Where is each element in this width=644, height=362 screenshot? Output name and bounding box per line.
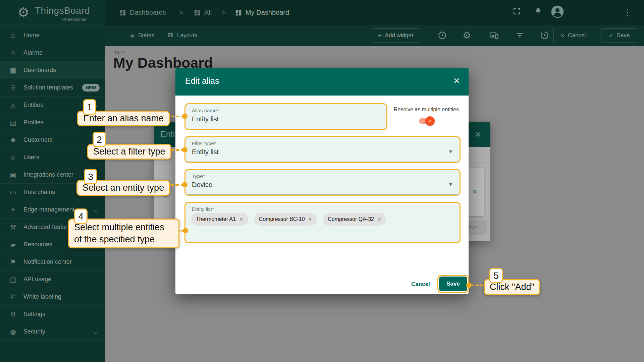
connector-4-dot xyxy=(183,228,188,233)
cancel-button[interactable]: Cancel xyxy=(411,281,430,288)
cancel-dashboard-button[interactable]: × Cancel xyxy=(560,25,586,46)
notifications-bell-icon[interactable] xyxy=(534,7,542,17)
connector-5 xyxy=(471,285,484,286)
dashboard-icon xyxy=(194,9,201,16)
sidebar-item-api-usage[interactable]: ◫API usage xyxy=(0,271,105,288)
sidebar-item-label: Alarms xyxy=(23,49,42,56)
avatar[interactable] xyxy=(550,4,565,20)
api-usage-icon: ◫ xyxy=(8,276,18,284)
resolve-multiple-label: Resolve as multiple entities xyxy=(391,107,462,113)
entity-chip[interactable]: Compressor QA-32 × xyxy=(323,213,386,226)
remove-chip-icon[interactable]: × xyxy=(239,216,243,223)
sidebar-item-settings[interactable]: ⚙Settings xyxy=(0,306,105,323)
remove-chip-icon[interactable]: × xyxy=(378,216,381,223)
save-button-highlight: Save xyxy=(437,275,469,293)
breadcrumb-label: My Dashboard xyxy=(246,9,289,16)
close-icon[interactable]: × xyxy=(475,129,481,140)
thingsboard-logo-icon: ⚙ xyxy=(17,5,30,20)
check-icon: ✓ xyxy=(609,32,614,39)
entity-list-label: Entity list* xyxy=(192,206,214,212)
save-dashboard-button[interactable]: ✓ Save xyxy=(601,28,637,43)
annotation-badge-5: 5 xyxy=(489,268,503,283)
chevron-down-icon: ⌄ xyxy=(93,330,98,334)
entity-type-select[interactable]: Type* Device ▾ xyxy=(184,169,461,196)
add-widget-button[interactable]: + Add widget xyxy=(372,28,419,43)
breadcrumb-label: All xyxy=(204,9,212,16)
entities-icon: ◬ xyxy=(8,101,18,109)
resolve-multiple-toggle[interactable]: ✓ xyxy=(419,118,434,124)
entity-list-field[interactable]: Entity list* Thermometer A1 × Compressor… xyxy=(184,202,461,243)
remove-alias-icon[interactable]: × xyxy=(472,187,477,196)
sidebar-item-label: Dashboards xyxy=(23,67,56,74)
sidebar-item-label: Settings xyxy=(23,311,45,318)
close-icon[interactable]: × xyxy=(453,74,460,87)
advanced-features-icon: ⚒ xyxy=(8,223,18,231)
states-button[interactable]: ◈ States xyxy=(130,25,154,46)
rule-chains-icon: ‹·› xyxy=(8,188,18,196)
version-history-icon[interactable] xyxy=(540,31,549,41)
sidebar-item-label: White labeling xyxy=(23,293,61,300)
chevron-down-icon: ⌄ xyxy=(93,208,98,212)
sidebar-item-label: Solution templates xyxy=(23,84,73,91)
sidebar-item-label: Resources xyxy=(23,241,52,248)
sidebar-item-label: Security xyxy=(23,328,45,335)
filters-icon[interactable] xyxy=(515,31,524,41)
breadcrumb-label: Dashboards xyxy=(130,9,166,16)
remove-chip-icon[interactable]: × xyxy=(309,216,312,223)
filter-type-select[interactable]: Filter type* Entity list ▾ xyxy=(184,136,461,163)
sidebar-item-home[interactable]: ⌂Home xyxy=(0,27,105,44)
security-icon: ◍ xyxy=(8,328,18,336)
solution-templates-icon: ⠿ xyxy=(8,84,18,92)
dashboards-icon: ▦ xyxy=(8,66,18,74)
filter-type-value: Entity list xyxy=(192,148,219,156)
modal-title: Edit alias xyxy=(185,76,219,86)
resolve-multiple-block: Resolve as multiple entities ✓ xyxy=(391,107,462,124)
layouts-button[interactable]: Layouts xyxy=(167,25,197,46)
filter-type-label: Filter type* xyxy=(192,140,216,146)
sidebar-item-security[interactable]: ◍Security⌄ xyxy=(0,323,105,341)
alarms-icon: ⚠ xyxy=(8,49,18,57)
sidebar-item-edge-management[interactable]: ⌖Edge management⌄ xyxy=(0,201,105,219)
dropdown-caret-icon: ▾ xyxy=(449,181,452,188)
kebab-menu-icon[interactable]: ⋮ xyxy=(623,7,632,18)
sidebar-item-label: Home xyxy=(23,32,40,39)
sidebar-item-white-labeling[interactable]: ⚐White labeling xyxy=(0,288,105,306)
sidebar-item-label: Advanced features xyxy=(23,224,74,231)
sidebar-item-alarms[interactable]: ⚠Alarms xyxy=(0,44,105,62)
time-window-icon[interactable] xyxy=(438,31,447,41)
dashboard-icon xyxy=(119,9,126,16)
dashboard-settings-gear-icon[interactable]: ⚙ xyxy=(463,30,471,41)
breadcrumb-dashboards[interactable]: Dashboards xyxy=(119,0,166,25)
brand-name: ThingsBoard xyxy=(35,5,90,16)
sidebar-item-dashboards[interactable]: ▦Dashboards xyxy=(0,62,105,79)
users-icon: ☺ xyxy=(8,154,18,161)
breadcrumb-all[interactable]: All xyxy=(194,0,212,25)
resources-icon: ▰ xyxy=(8,241,18,249)
toggle-check-icon: ✓ xyxy=(425,116,435,126)
connector-5-dot xyxy=(466,283,472,288)
brand[interactable]: ⚙ ThingsBoard Professional xyxy=(0,0,105,25)
sidebar-item-label: Integrations center xyxy=(23,171,73,178)
connector-2-dot xyxy=(182,147,187,153)
breadcrumb-my-dashboard[interactable]: My Dashboard xyxy=(235,0,289,25)
fullscreen-icon[interactable] xyxy=(513,7,521,17)
sidebar-item-label: Edge management xyxy=(23,206,74,213)
alias-name-value: Entity list xyxy=(192,115,219,123)
brand-subtitle: Professional xyxy=(62,17,86,22)
annotation-badge-1: 1 xyxy=(83,99,96,115)
top-bar: Dashboards > All > My Dashboard John Doe… xyxy=(105,0,644,25)
entity-aliases-icon[interactable] xyxy=(489,31,499,42)
sidebar-item-solution-templates[interactable]: ⠿Solution templatesNEW xyxy=(0,79,105,97)
dashboard-toolbar: ◈ States Layouts + Add widget ⚙ × xyxy=(105,25,644,46)
entity-chip[interactable]: Thermometer A1 × xyxy=(191,213,248,226)
sidebar-item-notification-center[interactable]: ⚑Notification center xyxy=(0,253,105,271)
breadcrumb-separator: > xyxy=(179,9,183,16)
dropdown-caret-icon: ▾ xyxy=(449,148,452,155)
alias-name-field[interactable]: Alias name* Entity list xyxy=(184,103,387,130)
entity-chip[interactable]: Compressor BC-10 × xyxy=(254,213,317,226)
save-button[interactable]: Save xyxy=(439,277,467,291)
customers-icon: ☻ xyxy=(8,136,18,144)
sidebar-item-label: Profiles xyxy=(23,119,44,126)
breadcrumb-separator: > xyxy=(222,9,226,16)
annotation-badge-3: 3 xyxy=(84,169,97,184)
